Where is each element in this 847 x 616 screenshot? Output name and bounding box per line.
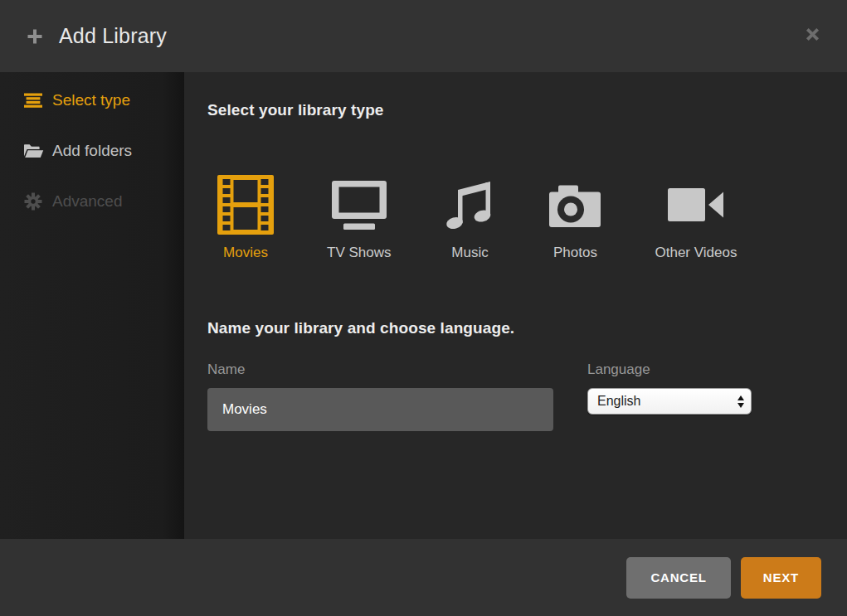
language-field-group: Language English xyxy=(587,361,752,431)
dialog-footer: CANCEL NEXT xyxy=(0,539,847,616)
select-stepper-icon xyxy=(737,395,744,408)
type-option-tv-shows[interactable]: TV Shows xyxy=(327,173,391,262)
music-note-icon xyxy=(444,173,495,236)
type-section-heading: Select your library type xyxy=(207,99,847,121)
library-type-row: Movies TV Shows xyxy=(217,173,847,262)
name-section-heading: Name your library and choose language. xyxy=(207,318,847,339)
name-field-label: Name xyxy=(207,361,553,379)
type-option-other-videos[interactable]: Other Videos xyxy=(655,173,737,262)
add-library-dialog: Add Library Select type xyxy=(0,0,847,616)
sidebar-item-label: Add folders xyxy=(52,142,132,160)
gear-icon xyxy=(22,192,44,211)
dialog-title: Add Library xyxy=(59,24,167,48)
list-lines-icon xyxy=(22,93,44,108)
dialog-content: Select your library type xyxy=(184,72,847,539)
close-icon[interactable] xyxy=(802,24,822,44)
sidebar-item-add-folders[interactable]: Add folders xyxy=(0,133,184,169)
dialog-body: Select type Add folders xyxy=(0,72,847,539)
type-option-movies[interactable]: Movies xyxy=(217,173,274,262)
sidebar-item-label: Advanced xyxy=(52,192,123,211)
video-camera-icon xyxy=(668,173,724,236)
sidebar-item-advanced: Advanced xyxy=(0,183,184,220)
wizard-steps-sidebar: Select type Add folders xyxy=(0,72,184,539)
next-button[interactable]: NEXT xyxy=(741,557,821,599)
type-label: TV Shows xyxy=(327,243,391,262)
camera-icon xyxy=(548,173,601,236)
tv-icon xyxy=(331,173,387,236)
name-language-form: Name Language English xyxy=(207,361,847,431)
open-folder-icon xyxy=(22,143,44,159)
language-select[interactable]: English xyxy=(587,388,752,415)
type-label: Music xyxy=(451,243,488,262)
type-label: Other Videos xyxy=(655,243,737,262)
film-strip-icon xyxy=(217,173,274,236)
type-label: Movies xyxy=(223,243,268,262)
plus-icon xyxy=(25,27,45,46)
sidebar-item-select-type[interactable]: Select type xyxy=(0,82,184,119)
type-option-music[interactable]: Music xyxy=(444,173,495,262)
sidebar-item-label: Select type xyxy=(52,91,130,109)
type-option-photos[interactable]: Photos xyxy=(548,173,601,262)
cancel-button[interactable]: CANCEL xyxy=(626,557,730,599)
language-field-label: Language xyxy=(587,361,752,379)
name-field-group: Name xyxy=(207,361,553,431)
library-name-input[interactable] xyxy=(207,388,553,431)
type-label: Photos xyxy=(553,243,597,262)
dialog-header: Add Library xyxy=(0,0,847,72)
language-select-value: English xyxy=(597,394,640,409)
